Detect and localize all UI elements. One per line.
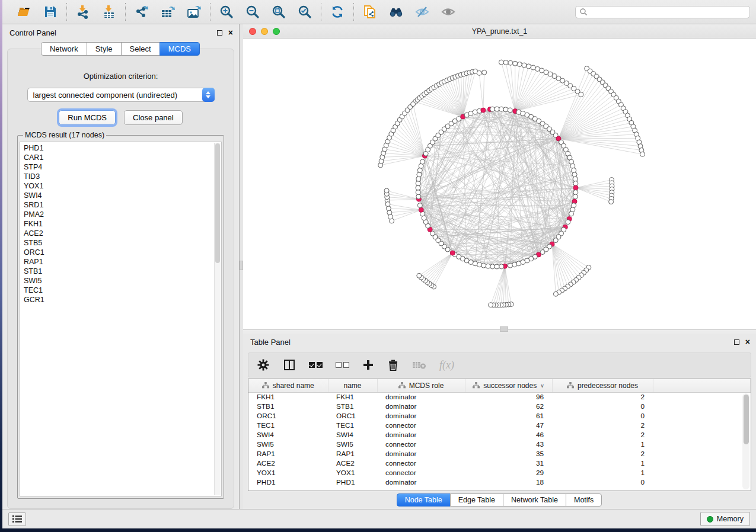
export-table-icon[interactable] bbox=[160, 4, 176, 20]
network-node[interactable] bbox=[417, 172, 422, 177]
network-node[interactable] bbox=[411, 102, 416, 107]
mcds-list-scrollbar[interactable] bbox=[214, 143, 221, 495]
copy-network-icon[interactable] bbox=[362, 4, 378, 20]
column-header-name[interactable]: name bbox=[328, 379, 377, 392]
network-node[interactable] bbox=[508, 108, 512, 113]
mcds-result-item[interactable]: PHD1 bbox=[24, 143, 213, 153]
tab-edge-table[interactable]: Edge Table bbox=[450, 493, 503, 507]
dominator-node[interactable] bbox=[419, 207, 423, 212]
network-node[interactable] bbox=[416, 190, 420, 195]
table-row[interactable]: YOX1YOX1connector291 bbox=[248, 468, 751, 477]
mcds-result-item[interactable]: FKH1 bbox=[24, 219, 213, 229]
network-node[interactable] bbox=[481, 263, 486, 268]
network-node[interactable] bbox=[573, 181, 578, 186]
float-table-panel-icon[interactable] bbox=[734, 339, 739, 345]
network-node[interactable] bbox=[503, 60, 508, 65]
mcds-result-item[interactable]: ORC1 bbox=[24, 248, 213, 257]
network-node[interactable] bbox=[522, 63, 527, 68]
horizontal-splitter[interactable] bbox=[243, 330, 756, 334]
network-node[interactable] bbox=[499, 264, 504, 269]
close-panel-icon[interactable]: × bbox=[228, 30, 233, 36]
mcds-result-item[interactable]: SRD1 bbox=[24, 200, 213, 210]
network-node[interactable] bbox=[495, 264, 499, 269]
show-all-icon[interactable] bbox=[441, 4, 456, 20]
network-node[interactable] bbox=[490, 107, 495, 111]
zoom-in-icon[interactable] bbox=[219, 4, 234, 20]
h-splitter-grip[interactable] bbox=[500, 326, 508, 332]
column-header-shared-name[interactable]: shared name bbox=[248, 379, 328, 392]
network-node[interactable] bbox=[513, 61, 518, 66]
network-node[interactable] bbox=[416, 194, 421, 199]
network-node[interactable] bbox=[573, 177, 578, 181]
table-settings-gear-icon[interactable] bbox=[257, 357, 270, 373]
mcds-result-item[interactable]: STB5 bbox=[24, 238, 213, 248]
network-node[interactable] bbox=[495, 107, 499, 111]
network-node[interactable] bbox=[473, 110, 477, 114]
table-row[interactable]: PHD1PHD1dominator180 bbox=[248, 477, 751, 487]
refresh-view-icon[interactable] bbox=[330, 4, 345, 20]
search-field[interactable] bbox=[575, 6, 750, 18]
export-network-icon[interactable] bbox=[134, 4, 149, 20]
network-node[interactable] bbox=[386, 206, 391, 211]
network-node[interactable] bbox=[553, 291, 558, 296]
network-node[interactable] bbox=[609, 200, 614, 204]
mcds-result-item[interactable]: STP4 bbox=[24, 162, 213, 172]
column-header-successor-nodes[interactable]: successor nodes∨ bbox=[465, 379, 552, 392]
network-node[interactable] bbox=[512, 262, 517, 267]
show-columns-icon[interactable] bbox=[283, 357, 296, 373]
tab-motifs[interactable]: Motifs bbox=[566, 493, 602, 507]
open-session-icon[interactable] bbox=[17, 4, 32, 20]
table-row[interactable]: STB1STB1dominator620 bbox=[248, 402, 751, 411]
network-node[interactable] bbox=[572, 203, 576, 208]
tab-network-table[interactable]: Network Table bbox=[503, 493, 566, 507]
table-row[interactable]: ACE2ACE2connector311 bbox=[248, 459, 751, 468]
network-node[interactable] bbox=[527, 64, 531, 69]
network-node[interactable] bbox=[573, 194, 578, 199]
tab-mcds[interactable]: MCDS bbox=[160, 42, 200, 56]
network-node[interactable] bbox=[417, 273, 422, 278]
deselect-all-icon[interactable] bbox=[336, 357, 349, 373]
network-node[interactable] bbox=[572, 168, 576, 172]
tab-select[interactable]: Select bbox=[121, 42, 160, 56]
network-node[interactable] bbox=[489, 303, 493, 307]
float-panel-icon[interactable] bbox=[217, 30, 222, 36]
network-node[interactable] bbox=[499, 107, 504, 111]
mcds-result-item[interactable]: TID3 bbox=[24, 172, 213, 181]
import-network-icon[interactable] bbox=[75, 4, 91, 20]
network-node[interactable] bbox=[387, 210, 392, 215]
mcds-result-item[interactable]: ACE2 bbox=[24, 229, 213, 238]
network-node[interactable] bbox=[569, 211, 574, 216]
tab-node-table[interactable]: Node Table bbox=[397, 493, 451, 507]
mcds-result-item[interactable]: YOX1 bbox=[24, 181, 213, 191]
zoom-out-icon[interactable] bbox=[245, 4, 260, 20]
network-titlebar[interactable]: YPA_prune.txt_1 bbox=[243, 24, 756, 39]
dominator-node[interactable] bbox=[573, 185, 578, 190]
network-node[interactable] bbox=[477, 262, 481, 267]
network-node[interactable] bbox=[572, 172, 577, 177]
mcds-result-item[interactable]: GCR1 bbox=[24, 295, 213, 305]
network-node[interactable] bbox=[531, 65, 535, 70]
mcds-result-item[interactable]: RAP1 bbox=[24, 257, 213, 267]
criterion-select[interactable]: largest connected component (undirected) bbox=[27, 88, 215, 102]
network-node[interactable] bbox=[579, 92, 583, 97]
mcds-result-item[interactable]: TEC1 bbox=[24, 286, 213, 295]
network-node[interactable] bbox=[535, 66, 540, 71]
mcds-result-item[interactable]: SWI4 bbox=[24, 191, 213, 200]
network-node[interactable] bbox=[416, 181, 420, 186]
table-row[interactable]: SWI5SWI5connector431 bbox=[248, 440, 751, 449]
network-node[interactable] bbox=[420, 159, 425, 164]
network-node[interactable] bbox=[482, 70, 487, 75]
network-canvas[interactable] bbox=[243, 39, 756, 329]
network-node[interactable] bbox=[385, 202, 390, 207]
network-graph[interactable] bbox=[243, 39, 756, 329]
import-table-icon[interactable] bbox=[101, 4, 117, 20]
search-network-icon[interactable] bbox=[388, 4, 404, 20]
table-row[interactable]: ORC1ORC1dominator610 bbox=[248, 411, 751, 421]
table-row[interactable]: SWI4SWI4dominator462 bbox=[248, 430, 751, 440]
tab-network[interactable]: Network bbox=[41, 42, 87, 56]
function-builder-icon[interactable]: f(x) bbox=[439, 357, 454, 373]
dominator-node[interactable] bbox=[481, 108, 486, 113]
network-node[interactable] bbox=[516, 261, 521, 266]
create-column-icon[interactable] bbox=[362, 357, 374, 373]
save-session-icon[interactable] bbox=[43, 4, 58, 20]
